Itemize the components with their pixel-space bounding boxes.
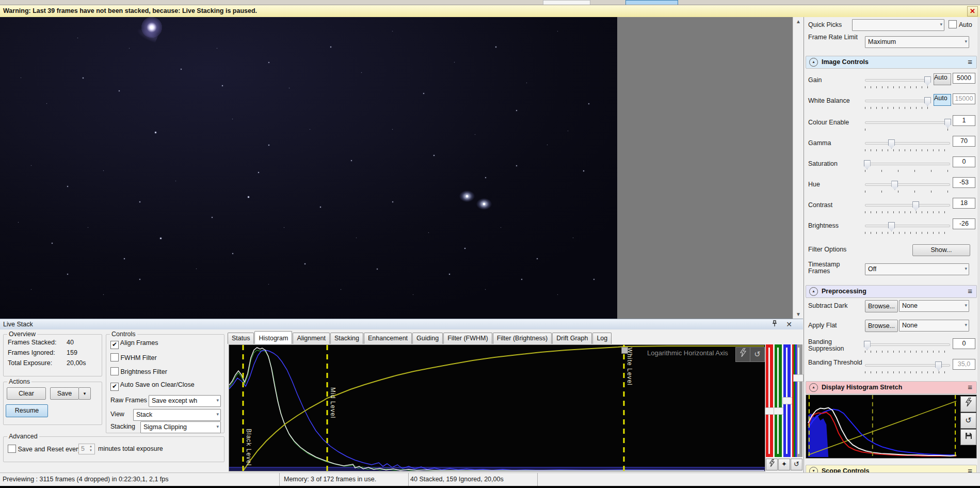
saturation-slider[interactable] <box>865 163 950 165</box>
contrast-value[interactable]: 18 <box>953 198 975 209</box>
dhs-save-button[interactable] <box>960 429 976 445</box>
brightness-slider[interactable] <box>865 225 950 227</box>
white-balance-thumb[interactable] <box>924 97 931 106</box>
view-dropdown[interactable]: Stack ▾ <box>133 409 221 421</box>
saturation-thumb[interactable] <box>864 160 871 169</box>
white-balance-value[interactable]: 15000 <box>953 93 975 104</box>
subtract-dark-dropdown[interactable]: None ▾ <box>899 300 969 312</box>
colour-enable-slider[interactable] <box>865 121 950 124</box>
brightness-thumb[interactable] <box>888 222 895 231</box>
green-channel-slider[interactable] <box>775 344 782 457</box>
histogram-reset-button[interactable]: ↺ <box>791 459 802 470</box>
tab-filter-brightness[interactable]: Filter (Brightness) <box>493 333 552 344</box>
auto-save-checkbox[interactable]: ✔ Auto Save on Clear/Close <box>110 381 195 391</box>
collapse-icon[interactable]: ▴ <box>809 58 818 67</box>
tab-drift-graph[interactable]: Drift Graph <box>552 333 592 344</box>
all-channel-slider[interactable] <box>792 344 802 457</box>
tab-stacking[interactable]: Stacking <box>330 333 363 344</box>
preprocessing-header[interactable]: ▴ Preprocessing ≡ <box>806 285 977 298</box>
save-reset-check[interactable] <box>8 445 16 453</box>
tab-log[interactable]: Log <box>592 333 612 344</box>
histogram-star-button[interactable]: ✦ <box>778 459 790 470</box>
tab-enhancement[interactable]: Enhancement <box>364 333 412 344</box>
menu-icon[interactable]: ≡ <box>968 383 972 391</box>
white-level-handle[interactable] <box>621 347 628 354</box>
banding-threshold-value[interactable]: 35,0 <box>953 359 975 370</box>
apply-flat-dropdown[interactable]: None ▾ <box>899 320 969 332</box>
auto-stretch-button[interactable] <box>735 347 750 362</box>
tab-histogram[interactable]: Histogram <box>254 331 292 344</box>
white-balance-auto-button[interactable]: Auto <box>934 94 951 106</box>
banding-suppression-value[interactable]: 0 <box>953 338 975 349</box>
dhs-reset-button[interactable]: ↺ <box>960 413 976 429</box>
scroll-up-icon[interactable]: ▲ <box>793 17 804 26</box>
display-histogram-mini[interactable]: ↺ <box>806 395 977 459</box>
resume-button[interactable]: Resume <box>6 404 48 417</box>
filter-options-show-button[interactable]: Show... <box>912 244 970 256</box>
image-vertical-scrollbar[interactable]: ▲ ▼ <box>793 17 804 319</box>
gamma-value[interactable]: 70 <box>953 136 975 147</box>
frame-rate-dropdown[interactable]: Maximum ▾ <box>865 36 969 48</box>
livestack-titlebar[interactable]: Live Stack ✕ <box>0 319 803 330</box>
colour-enable-thumb[interactable] <box>944 119 951 128</box>
gain-slider[interactable] <box>865 79 930 82</box>
livestack-close-icon[interactable]: ✕ <box>784 320 794 328</box>
display-histogram-stretch-header[interactable]: ▴ Display Histogram Stretch ≡ <box>806 381 977 394</box>
auto-save-check[interactable]: ✔ <box>110 383 119 391</box>
apply-flat-browse-button[interactable]: Browse... <box>865 320 898 332</box>
collapse-icon[interactable]: ▴ <box>809 383 818 392</box>
green-channel-thumb[interactable] <box>774 407 784 415</box>
tab-guiding[interactable]: Guiding <box>412 333 443 344</box>
banding-threshold-slider[interactable] <box>865 364 950 367</box>
all-channel-thumb[interactable] <box>793 374 804 382</box>
hue-value[interactable]: -53 <box>953 177 975 188</box>
gain-value[interactable]: 5000 <box>953 73 975 84</box>
colour-enable-value[interactable]: 1 <box>953 115 975 126</box>
brightness-filter-check[interactable] <box>110 367 119 375</box>
dhs-auto-stretch-button[interactable] <box>960 396 976 412</box>
raw-frames-dropdown[interactable]: Save except wh ▾ <box>149 395 221 407</box>
scroll-down-icon[interactable]: ▼ <box>793 310 804 319</box>
white-balance-slider[interactable] <box>865 100 930 102</box>
hue-thumb[interactable] <box>891 181 898 190</box>
gain-auto-button[interactable]: Auto <box>934 73 951 85</box>
save-button[interactable]: Save <box>50 387 79 400</box>
menu-icon[interactable]: ≡ <box>968 287 972 295</box>
saturation-value[interactable]: 0 <box>953 156 975 167</box>
red-channel-slider[interactable] <box>766 344 773 457</box>
blue-channel-slider[interactable] <box>783 344 791 457</box>
reset-stretch-button[interactable]: ↺ <box>750 347 765 362</box>
histogram-auto-stretch-button[interactable] <box>766 459 778 470</box>
starfield[interactable] <box>0 17 617 319</box>
fwhm-filter-checkbox[interactable]: FWHM Filter <box>110 353 157 361</box>
warning-close-button[interactable]: ✕ <box>967 6 978 17</box>
tab-alignment[interactable]: Alignment <box>293 333 330 344</box>
save-reset-checkbox[interactable]: Save and Reset every <box>8 445 81 453</box>
contrast-slider[interactable] <box>865 204 950 207</box>
banding-threshold-thumb[interactable] <box>935 361 942 371</box>
align-frames-check[interactable]: ✔ <box>110 341 119 349</box>
hue-slider[interactable] <box>865 183 950 186</box>
banding-suppression-thumb[interactable] <box>864 341 871 350</box>
tab-filter-fwhm[interactable]: Filter (FWHM) <box>443 333 492 344</box>
save-reset-minutes-spinner[interactable]: 5 ▲▼ <box>78 444 95 454</box>
gain-thumb[interactable] <box>924 76 931 86</box>
gamma-slider[interactable] <box>865 142 950 145</box>
banding-suppression-slider[interactable] <box>865 343 950 346</box>
spinner-arrows-icon[interactable]: ▲▼ <box>88 444 94 453</box>
timestamp-frames-dropdown[interactable]: Off ▾ <box>865 263 969 275</box>
histogram-plot[interactable]: Black Level Mid Level White Level Logari… <box>229 344 765 471</box>
image-controls-header[interactable]: ▴ Image Controls ≡ <box>806 56 977 69</box>
clear-button[interactable]: Clear <box>7 387 46 400</box>
gamma-thumb[interactable] <box>888 139 895 149</box>
quick-picks-auto-check[interactable] <box>949 20 957 28</box>
brightness-filter-checkbox[interactable]: Brightness Filter <box>110 367 167 375</box>
tab-status[interactable]: Status <box>228 333 254 344</box>
brightness-value[interactable]: -26 <box>953 218 975 229</box>
save-menu-button[interactable]: ▾ <box>78 387 91 400</box>
menu-icon[interactable]: ≡ <box>968 57 972 66</box>
collapse-icon[interactable]: ▴ <box>809 287 818 296</box>
quick-picks-dropdown[interactable]: ▾ <box>852 19 944 31</box>
contrast-thumb[interactable] <box>912 201 919 211</box>
stacking-dropdown[interactable]: Sigma Clipping ▾ <box>140 421 221 433</box>
